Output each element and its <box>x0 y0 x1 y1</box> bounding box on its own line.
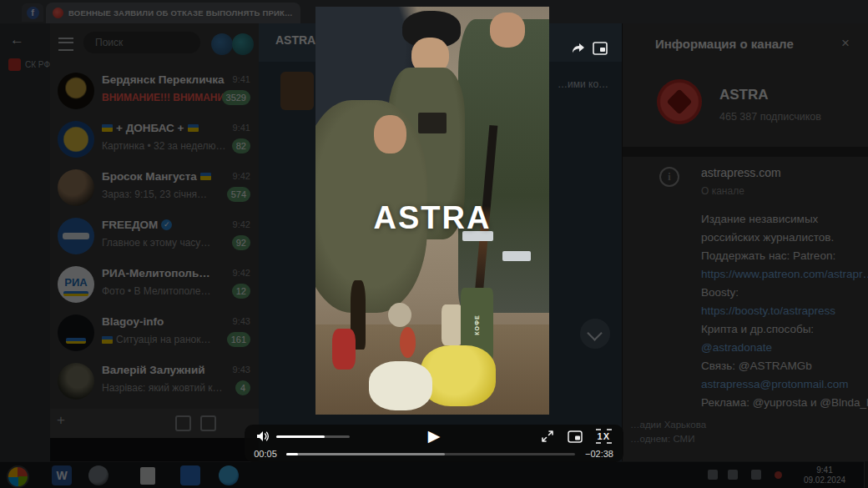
pip-toggle-icon[interactable] <box>593 42 608 55</box>
fullscreen-icon[interactable] <box>541 430 554 443</box>
red-package <box>400 327 416 358</box>
yellow-bag <box>421 345 496 406</box>
astra-watermark: ASTRA <box>315 200 549 236</box>
pip-icon[interactable] <box>568 430 583 443</box>
reflective-stripe <box>502 251 531 261</box>
red-package <box>332 329 356 370</box>
standing-soldier <box>458 19 549 313</box>
playback-speed-button[interactable]: 1X <box>596 429 612 444</box>
soldier-face <box>490 13 525 48</box>
seek-bar[interactable] <box>286 453 575 455</box>
buffered-bar <box>286 453 445 455</box>
forward-icon[interactable] <box>571 41 586 56</box>
progress-bar <box>286 453 298 455</box>
cup <box>388 303 411 327</box>
phone-in-hands <box>418 113 447 133</box>
video-player-controls: ▶ 1X 00:05 −02:38 <box>245 425 623 462</box>
remaining-time: −02:38 <box>575 449 623 459</box>
screen: f ВОЕННЫЕ ЗАЯВИЛИ ОБ ОТКАЗЕ ВЫПОЛНЯТЬ ПР… <box>0 0 868 488</box>
jar <box>442 304 462 345</box>
current-time: 00:05 <box>245 449 286 459</box>
soldier-face <box>374 115 406 153</box>
white-bag <box>369 361 432 410</box>
